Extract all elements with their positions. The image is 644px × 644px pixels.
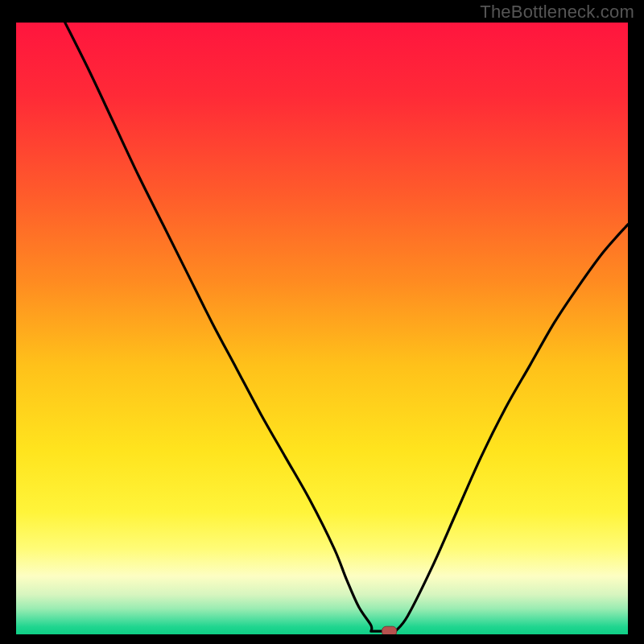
chart-svg (16, 23, 628, 634)
watermark-text: TheBottleneck.com (480, 2, 634, 23)
plot-area (16, 23, 628, 634)
gradient-backdrop (16, 23, 628, 634)
chart-frame: TheBottleneck.com (0, 0, 644, 644)
optimal-marker (382, 626, 397, 634)
